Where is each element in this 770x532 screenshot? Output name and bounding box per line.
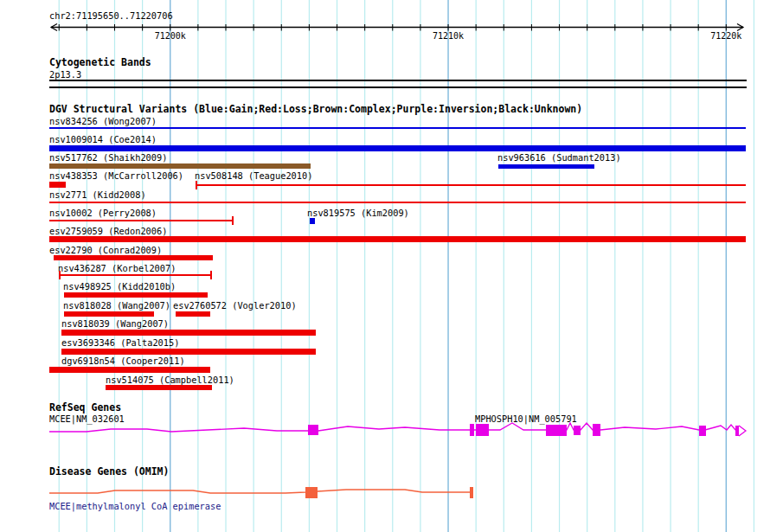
refseq-exon[interactable]: [574, 426, 581, 435]
refseq-exon[interactable]: [699, 426, 706, 436]
refseq-exon[interactable]: [308, 425, 318, 435]
refseq-exon[interactable]: [546, 425, 567, 436]
omim-gene-end-tick: [470, 487, 473, 498]
section-title-omim: Disease Genes (OMIM): [49, 466, 169, 477]
refseq-exon[interactable]: [476, 424, 489, 436]
gene-tracks-layer: [0, 0, 770, 532]
refseq-strand-arrow-icon: [739, 426, 746, 436]
genome-browser-view: chr2:71195650..71220706 71200k71210k7122…: [0, 0, 770, 532]
refseq-exon[interactable]: [735, 426, 739, 436]
refseq-exon[interactable]: [593, 424, 600, 436]
omim-gene-label[interactable]: MCEE|methylmalonyl CoA epimerase: [49, 501, 221, 511]
refseq-gene-line[interactable]: [49, 423, 739, 432]
omim-exon[interactable]: [305, 487, 318, 498]
refseq-exon[interactable]: [470, 424, 474, 436]
omim-gene-line[interactable]: [49, 490, 473, 493]
